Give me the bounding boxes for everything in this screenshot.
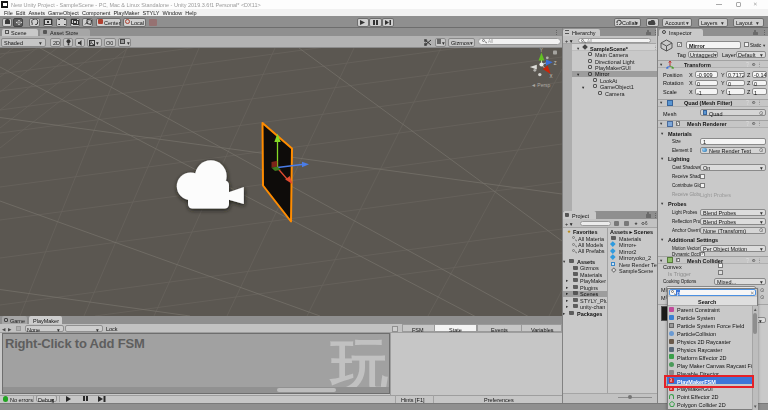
svg-text:◄ Persp: ◄ Persp [531,82,551,88]
svg-text:Z: Z [554,61,557,66]
svg-text:Y: Y [540,48,543,53]
svg-text:X: X [550,74,553,79]
